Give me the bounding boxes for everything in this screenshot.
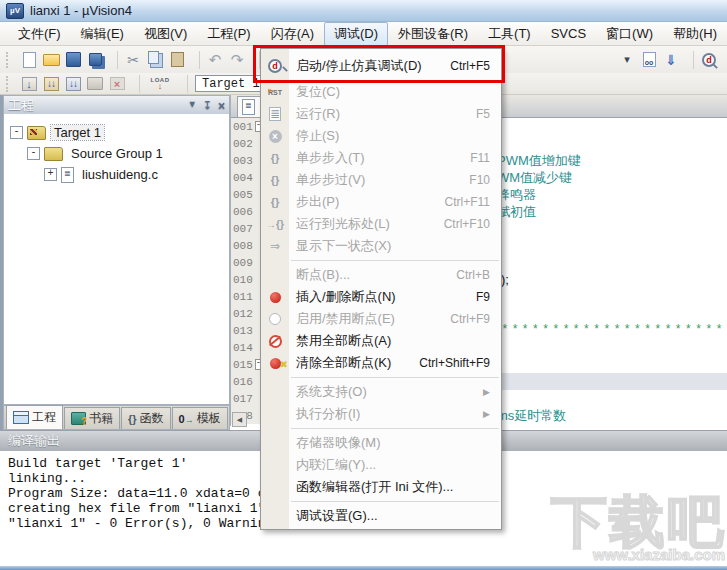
debug-menu-item[interactable]: 系统支持(O)▶ [261,381,501,403]
batch-build-icon[interactable] [85,74,105,94]
build-output-title: 编译输出 [8,432,60,450]
debug-menu-item-label: 断点(B)... [289,266,350,284]
c-file-icon [61,167,74,183]
undo-icon[interactable] [205,50,225,70]
find-in-target-icon[interactable] [661,50,681,70]
debug-menu-item[interactable]: 存储器映像(M) [261,432,501,454]
run-icon [261,107,289,121]
menubar-item[interactable]: 调试(D) [324,22,388,46]
debug-menu-item[interactable]: 插入/删除断点(N)F9 [261,286,501,308]
line-number: 002 [231,135,261,152]
debug-menu-item[interactable]: 显示下一状态(X) [261,235,501,257]
toolbar2-group: LOAD [19,74,191,94]
line-number: 015- [231,356,261,373]
functions-tab-icon [128,412,137,426]
menubar-item[interactable]: 闪存(A) [261,22,324,46]
debug-menu-item[interactable]: 运行(R)F5 [261,103,501,125]
tree-expander[interactable]: + [44,168,57,181]
toolbar-grip [6,52,14,68]
toolbar1-left-group [19,50,285,70]
menubar-item[interactable]: 帮助(H) [663,22,727,46]
save-icon[interactable] [63,50,83,70]
close-icon[interactable] [218,99,225,113]
debug-menu-item[interactable]: 步出(P)Ctrl+F11 [261,191,501,213]
line-number: 007 [231,220,261,237]
open-file-icon[interactable] [41,50,61,70]
menubar-item[interactable]: 窗口(W) [596,22,663,46]
debug-menu-item[interactable]: 停止(S) [261,125,501,147]
line-number: 001- [231,118,261,135]
debug-menu-item-label: 系统支持(O) [289,383,367,401]
kill-all-breakpoints-icon [261,358,289,369]
stop-build-icon[interactable] [107,74,127,94]
load-flash-icon[interactable]: LOAD [145,74,175,94]
debug-menu-item[interactable]: 运行到光标处(L)Ctrl+F10 [261,213,501,235]
menubar-item[interactable]: SVCS [541,23,596,44]
project-panel: 工程 -Target 1-Source Group 1+liushuideng.… [3,95,230,405]
debug-menu-item[interactable]: 复位(C) [261,81,501,103]
debug-menu-item-label: 存储器映像(M) [289,434,381,452]
line-number: 013 [231,322,261,339]
redo-icon[interactable] [227,50,247,70]
project-panel-header: 工程 [3,95,230,116]
panel-tab-label: 工程 [32,409,56,426]
menubar-item[interactable]: 视图(V) [134,22,197,46]
menubar-item[interactable]: 工具(T) [478,22,541,46]
menubar-item[interactable]: 工程(P) [197,22,260,46]
debug-menu-popup: 启动/停止仿真调试(D)Ctrl+F5复位(C)运行(R)F5停止(S)单步步入… [260,48,502,530]
toolbar-separator [686,51,694,69]
panel-tab-书籍[interactable]: 书籍 [64,407,120,429]
window-title: lianxi 1 - µVision4 [30,3,132,18]
tree-expander[interactable]: - [10,126,23,139]
panel-tab-工程[interactable]: 工程 [6,405,63,429]
debug-menu-item[interactable]: 调试设置(G)... [261,505,501,527]
tree-item[interactable]: +liushuideng.c [4,164,229,185]
new-file-icon[interactable] [19,50,39,70]
menu-shortcut: Ctrl+B [456,268,501,282]
debug-menu-item[interactable]: 启用/禁用断点(E)Ctrl+F9 [261,308,501,330]
debug-menu-item[interactable]: 函数编辑器(打开 Ini 文件)... [261,476,501,498]
panel-tab-label: 模板 [197,410,221,427]
debug-menu-item-label: 停止(S) [289,127,339,145]
start-debug-icon[interactable] [699,50,719,70]
menubar-item[interactable]: 编辑(E) [71,22,134,46]
find-in-files-icon[interactable] [639,50,659,70]
dropdown-arrow-icon[interactable] [617,50,637,70]
toolbar-grip [6,76,14,92]
pin-icon[interactable] [203,99,212,113]
menubar-item[interactable]: 外围设备(R) [388,22,478,46]
stop-icon [261,130,289,143]
toggle-breakpoint-icon [261,292,289,303]
paste-icon[interactable] [167,50,187,70]
cut-icon[interactable] [123,50,143,70]
menubar-item[interactable]: 文件(F) [8,22,71,46]
panel-tab-模板[interactable]: 模板 [172,407,228,429]
panel-tab-函数[interactable]: 函数 [121,407,171,429]
copy-icon[interactable] [143,48,163,68]
tree-expander[interactable]: - [27,147,40,160]
debug-menu-item-label: 调试设置(G)... [289,507,378,525]
save-all-icon[interactable] [85,50,105,70]
c-file-icon [242,99,255,115]
debug-menu-item[interactable]: 单步步入(T)F11 [261,147,501,169]
line-number: 014 [231,339,261,356]
debug-menu-item-label: 运行到光标处(L) [289,215,390,233]
line-number-text: 014 [233,342,253,354]
translate-icon[interactable] [19,74,39,94]
line-number-text: 006 [233,206,253,218]
debug-menu-item-label: 清除全部断点(K) [289,354,391,372]
dropdown-icon[interactable] [188,99,197,113]
tree-item[interactable]: -Target 1 [4,122,229,143]
editor-hscroll-left-button[interactable]: ◀ [232,412,247,427]
menu-shortcut: Ctrl+Shift+F9 [419,356,501,370]
build-icon[interactable] [41,74,61,94]
debug-menu-item[interactable]: 单步步过(V)F10 [261,169,501,191]
debug-menu-item[interactable]: 禁用全部断点(A) [261,330,501,352]
debug-menu-item[interactable]: 执行分析(I)▶ [261,403,501,425]
tree-item[interactable]: -Source Group 1 [4,143,229,164]
debug-menu-item[interactable]: 断点(B)...Ctrl+B [261,264,501,286]
rebuild-icon[interactable] [63,74,83,94]
debug-menu-item[interactable]: 清除全部断点(K)Ctrl+Shift+F9 [261,352,501,374]
line-number-text: 015 [233,359,253,371]
debug-menu-item[interactable]: 内联汇编(Y)... [261,454,501,476]
